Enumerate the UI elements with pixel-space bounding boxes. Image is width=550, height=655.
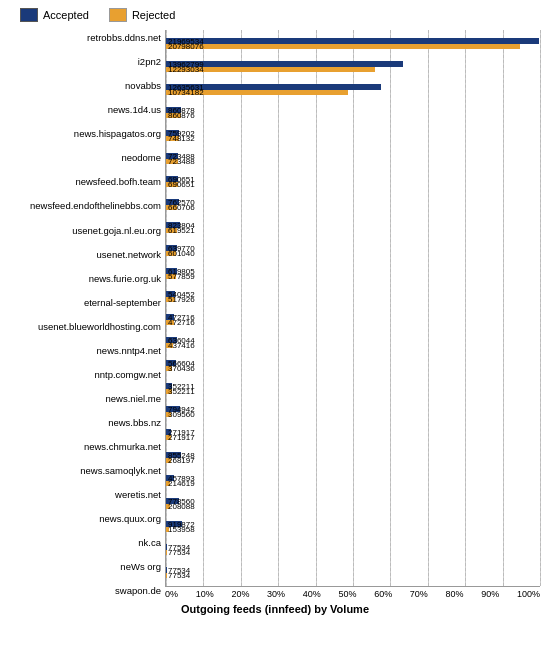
bar-rejected: 20798076	[166, 44, 520, 49]
bar-row: 2196953420798076	[166, 36, 540, 52]
bar-rejected-value: 619521	[168, 226, 195, 235]
bar-row: 1396279912293034	[166, 59, 540, 75]
bar-group: 919872153958	[166, 519, 540, 535]
bar-group: 860878860876	[166, 105, 540, 121]
x-axis-label: 0%	[165, 589, 178, 599]
y-label: usenet.blueworldhosting.com	[10, 318, 161, 334]
bar-rejected-value: 660706	[168, 203, 195, 212]
bar-row: 472716472716	[166, 312, 540, 328]
bar-group: 636044437416	[166, 335, 540, 351]
x-axis-label: 40%	[303, 589, 321, 599]
y-label: weretis.net	[10, 487, 161, 503]
bar-group: 7753477534	[166, 565, 540, 581]
y-label: news.furie.org.uk	[10, 270, 161, 286]
bar-rejected-value: 860876	[168, 111, 195, 120]
bar-rejected: 208088	[166, 504, 170, 509]
bar-rejected: 12293034	[166, 67, 375, 72]
bar-group: 352211352211	[166, 381, 540, 397]
bar-rejected: 10734182	[166, 90, 348, 95]
bar-rejected-value: 690651	[168, 180, 195, 189]
y-label: news.samoqlyk.net	[10, 463, 161, 479]
x-axis-label: 80%	[446, 589, 464, 599]
bar-group: 794942309560	[166, 404, 540, 420]
y-label: usenet.network	[10, 246, 161, 262]
bar-rejected: 860876	[166, 113, 181, 118]
bar-rejected: 309560	[166, 412, 171, 417]
bar-rejected: 77534	[166, 550, 167, 555]
bar-row: 457893214619	[166, 473, 540, 489]
bar-row: 723488723488	[166, 151, 540, 167]
x-axis-label: 60%	[374, 589, 392, 599]
bar-group: 457893214619	[166, 473, 540, 489]
legend-rejected: Rejected	[109, 8, 175, 22]
bar-row: 759202748132	[166, 128, 540, 144]
bar-row: 794942309560	[166, 404, 540, 420]
bar-rejected: 601040	[166, 251, 176, 256]
x-axis-label: 30%	[267, 589, 285, 599]
y-label: news.quux.org	[10, 511, 161, 527]
bar-group: 1263563110734182	[166, 82, 540, 98]
bar-rejected-value: 517926	[168, 295, 195, 304]
legend-rejected-label: Rejected	[132, 9, 175, 21]
bar-rejected: 352211	[166, 389, 172, 394]
bar-group: 619805577859	[166, 266, 540, 282]
chart-area: retrobbs.ddns.neti2pn2novabbsnews.1d4.us…	[10, 30, 540, 599]
x-axis-label: 20%	[231, 589, 249, 599]
y-label: i2pn2	[10, 54, 161, 70]
bar-group: 472716472716	[166, 312, 540, 328]
bar-rejected-value: 10734182	[168, 88, 204, 97]
bar-group: 639770601040	[166, 243, 540, 259]
y-label: eternal-september	[10, 294, 161, 310]
grid-line	[540, 30, 541, 586]
legend-rejected-box	[109, 8, 127, 22]
y-label: news.chmurka.net	[10, 439, 161, 455]
y-label: news.niel.me	[10, 390, 161, 406]
bar-rejected-value: 77534	[168, 571, 190, 580]
bar-row: 271917271917	[166, 427, 540, 443]
bar-rejected-value: 601040	[168, 249, 195, 258]
bar-rejected-value: 20798076	[168, 42, 204, 51]
bar-row: 778560208088	[166, 496, 540, 512]
legend-accepted-label: Accepted	[43, 9, 89, 21]
bar-rejected: 214619	[166, 481, 170, 486]
bar-rejected-value: 153958	[168, 525, 195, 534]
bar-rejected-value: 309560	[168, 410, 195, 419]
y-label: neodome	[10, 150, 161, 166]
bar-rejected: 472716	[166, 320, 174, 325]
bar-row: 636044437416	[166, 335, 540, 351]
bar-group: 823804619521	[166, 220, 540, 236]
bar-row: 7753477534	[166, 565, 540, 581]
bar-row: 690651690651	[166, 174, 540, 190]
bar-group: 271917271917	[166, 427, 540, 443]
bar-group: 759202748132	[166, 128, 540, 144]
bar-rejected: 690651	[166, 182, 178, 187]
bar-row: 639770601040	[166, 243, 540, 259]
bar-rejected: 271917	[166, 435, 171, 440]
y-label: nntp.comgw.net	[10, 366, 161, 382]
y-label: usenet.goja.nl.eu.org	[10, 222, 161, 238]
y-label: neWs org	[10, 559, 161, 575]
bar-rejected-value: 271917	[168, 433, 195, 442]
bar-rejected-value: 723488	[168, 157, 195, 166]
bar-row: 1263563110734182	[166, 82, 540, 98]
bar-group: 1396279912293034	[166, 59, 540, 75]
x-axis-label: 100%	[517, 589, 540, 599]
bar-group: 7753477534	[166, 542, 540, 558]
bar-rejected: 437416	[166, 343, 173, 348]
y-label: swapon.de	[10, 583, 161, 599]
bar-rejected-value: 748132	[168, 134, 195, 143]
bar-row: 352211352211	[166, 381, 540, 397]
bar-row: 919872153958	[166, 519, 540, 535]
bar-row: 566604370436	[166, 358, 540, 374]
bar-group: 566604370436	[166, 358, 540, 374]
bar-rejected: 153958	[166, 527, 169, 532]
x-axis-label: 90%	[481, 589, 499, 599]
y-label: newsfeed.endofthelinebbs.com	[10, 198, 161, 214]
bar-rejected: 268197	[166, 458, 171, 463]
bar-rejected-value: 214619	[168, 479, 195, 488]
bar-group: 855248268197	[166, 450, 540, 466]
y-label: novabbs	[10, 78, 161, 94]
legend-accepted: Accepted	[20, 8, 89, 22]
bar-rejected-value: 472716	[168, 318, 195, 327]
bar-rejected: 619521	[166, 228, 177, 233]
